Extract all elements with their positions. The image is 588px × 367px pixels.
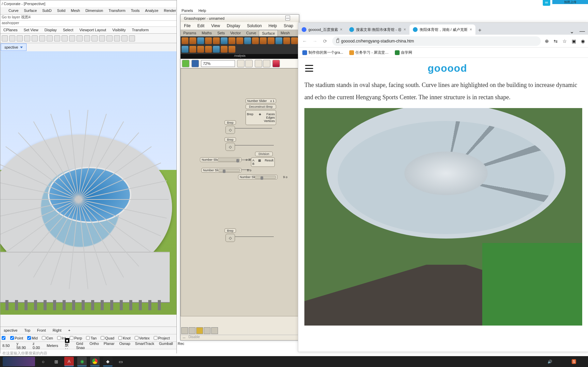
gh-tab-surface[interactable]: Surface <box>259 30 278 36</box>
gh-tab-params[interactable]: Params <box>181 30 199 36</box>
clock-date[interactable]: 202 <box>579 362 585 365</box>
gh-menu-view[interactable]: View <box>208 22 223 30</box>
browser-tab-1[interactable]: gooood_百度搜索 × <box>298 24 346 35</box>
view-tab-front[interactable]: Front <box>34 327 49 334</box>
view-tab-top[interactable]: Top <box>21 327 34 334</box>
zoom-tool-icon[interactable] <box>237 60 245 67</box>
brep-param-1[interactable]: Brep <box>224 120 236 125</box>
browser-tab-3[interactable]: 衡阳体育馆，湖南 / 威卢克斯 × <box>409 24 475 35</box>
brep-param-3[interactable]: Brep <box>224 228 236 233</box>
rhino-command-input[interactable]: 在这里输入你要搜索的内容 <box>0 349 177 356</box>
star-icon[interactable]: ☆ <box>562 38 567 44</box>
smarttrack-toggle[interactable]: SmartTrack <box>135 342 154 350</box>
component-icon[interactable] <box>205 37 212 44</box>
osnap-mid[interactable]: Mid <box>27 336 38 340</box>
component-icon[interactable] <box>283 37 290 44</box>
add-view-button[interactable]: + <box>65 327 71 334</box>
component-icon[interactable] <box>197 46 204 53</box>
component-icon[interactable] <box>252 37 259 44</box>
osnap-point[interactable]: Point <box>10 336 23 340</box>
close-tab-icon[interactable]: × <box>404 27 406 32</box>
component-icon[interactable] <box>229 46 235 53</box>
component-icon[interactable] <box>189 37 196 44</box>
brep-hex-2[interactable]: ◇ <box>225 143 235 151</box>
osnap-perp[interactable]: Perp <box>70 336 82 340</box>
tool-icon[interactable] <box>54 35 60 41</box>
tool-icon[interactable] <box>129 35 135 41</box>
open-icon[interactable] <box>182 60 189 67</box>
menu-surface[interactable]: Surface <box>21 7 39 14</box>
tool-icon[interactable] <box>69 35 75 41</box>
component-icon[interactable] <box>213 46 220 53</box>
tool-icon[interactable] <box>24 35 30 41</box>
translate-icon[interactable]: ⇆ <box>554 38 558 44</box>
gh-status-icon[interactable] <box>181 327 188 334</box>
zoom-tool-icon[interactable] <box>245 60 253 67</box>
tool-icon[interactable] <box>62 35 68 41</box>
deconstruct-brep-label[interactable]: Deconstruct Brep <box>246 104 276 109</box>
bookmark-3[interactable]: 自学网 <box>395 50 412 55</box>
app-generic-icon[interactable]: ▭ <box>116 357 125 366</box>
tool-icon[interactable] <box>2 35 8 41</box>
gh-status-icon[interactable] <box>204 327 211 334</box>
app-chrome-icon[interactable] <box>90 357 100 366</box>
news-widget[interactable] <box>3 357 35 366</box>
task-view-icon[interactable]: ⊞ <box>51 357 61 366</box>
component-icon[interactable] <box>260 37 267 44</box>
gh-menu-snap[interactable]: Snap <box>280 22 297 30</box>
number-slider-3[interactable]: Number Slider 8 o <box>201 168 241 173</box>
gh-status-icon[interactable] <box>196 327 203 334</box>
division-label[interactable]: Division <box>255 152 273 156</box>
grid-snap-toggle[interactable]: Grid Snap <box>76 342 85 350</box>
component-icon[interactable] <box>244 37 251 44</box>
tab-cplanes[interactable]: CPlanes <box>0 27 21 33</box>
tool-icon[interactable] <box>84 35 90 41</box>
close-tab-icon[interactable]: × <box>470 27 472 32</box>
gh-tab-curve[interactable]: Curve <box>243 30 259 36</box>
zoom-icon[interactable]: ⊕ <box>545 38 549 44</box>
slider-handle[interactable] <box>223 170 225 173</box>
gh-tab-mesh[interactable]: Mesh <box>278 30 292 36</box>
menu-panels[interactable]: Panels <box>179 7 196 14</box>
gumball-toggle[interactable]: Gumball <box>159 342 173 350</box>
tool-icon[interactable] <box>17 35 23 41</box>
menu-transform[interactable]: Transform <box>106 7 128 14</box>
record-toggle[interactable]: Rec <box>178 342 184 350</box>
number-slider-4[interactable]: Number Slider 9 o <box>238 175 278 179</box>
reload-icon[interactable]: ⟳ <box>322 38 328 44</box>
app-autocad-icon[interactable]: A <box>64 357 74 366</box>
menu-analyze[interactable]: Analyze <box>142 7 161 14</box>
tab-transform[interactable]: Transform <box>129 27 152 33</box>
osnap-int[interactable]: Int <box>57 336 66 340</box>
menu-help[interactable]: Help <box>196 7 209 14</box>
forward-icon[interactable]: → <box>312 38 318 44</box>
gh-tab-sets[interactable]: Sets <box>215 30 228 36</box>
gh-status-icon[interactable] <box>189 327 196 334</box>
number-slider-1[interactable]: Number Slider o 1 <box>246 99 276 103</box>
division-component[interactable]: A▦Result B <box>251 157 275 167</box>
brep-param-2[interactable]: Brep <box>224 137 236 142</box>
start-button[interactable]: ○ <box>38 357 48 366</box>
menu-render[interactable]: Render <box>161 7 179 14</box>
save-icon[interactable] <box>191 60 199 67</box>
back-icon[interactable]: ← <box>302 38 308 44</box>
osnap-knot[interactable]: Knot <box>118 336 131 340</box>
sketch-icon[interactable] <box>272 60 280 67</box>
volume-icon[interactable]: 🔊 <box>548 360 552 364</box>
ime-icon[interactable]: ⌨ <box>556 360 561 364</box>
planar-toggle[interactable]: Planar <box>104 342 115 350</box>
gh-tab-maths[interactable]: Maths <box>199 30 215 36</box>
brep-hex-1[interactable]: ◇ <box>225 126 235 134</box>
tab-viewport-layout[interactable]: Viewport Layout <box>76 27 109 33</box>
bookmark-1[interactable]: 制作你的第一个gra... <box>302 50 343 55</box>
tool-icon[interactable] <box>77 35 83 41</box>
gh-menu-edit[interactable]: Edit <box>194 22 208 30</box>
gh-title[interactable]: Grasshopper - unnamed — <box>181 15 299 22</box>
app-wechat-icon[interactable]: ◉ <box>77 357 87 366</box>
menu-subd[interactable]: SubD <box>39 7 54 14</box>
tray-chevron-icon[interactable]: ^ <box>542 360 544 364</box>
tool-icon[interactable] <box>9 35 15 41</box>
tool-icon[interactable] <box>106 35 113 41</box>
gh-menu-help[interactable]: Help <box>265 22 281 30</box>
component-icon[interactable] <box>182 37 188 44</box>
